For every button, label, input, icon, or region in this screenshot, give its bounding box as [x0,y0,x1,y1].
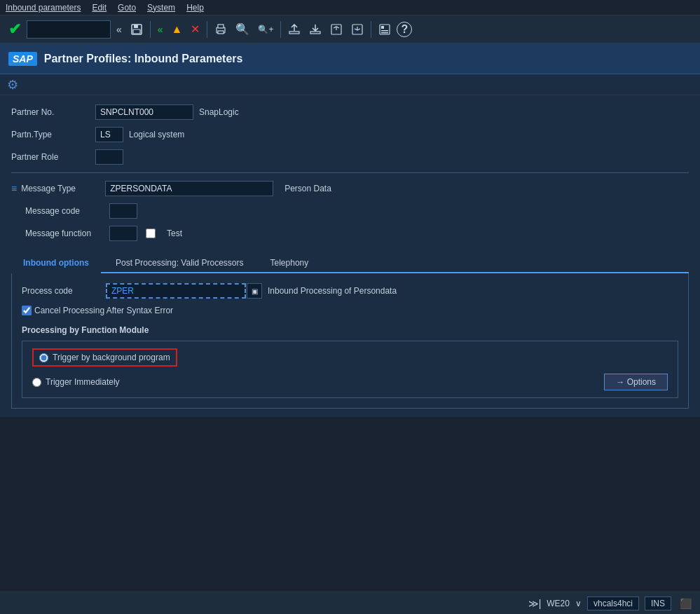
toolbar-divider-4 [371,21,371,38]
status-chevron-down: ∨ [575,599,582,608]
partner-role-row: Partner Role [11,149,689,165]
tabs-container: Inbound options Post Processing: Valid P… [11,253,689,273]
status-bar: ≫| WE20 ∨ vhcals4hci INS ⬛ [0,592,700,614]
menu-goto[interactable]: Goto [118,3,136,13]
menu-inbound-parameters[interactable]: Inbound parameters [6,3,81,13]
message-code-row: Message code [11,203,689,219]
message-type-input[interactable] [105,181,273,196]
page-title: Partner Profiles: Inbound Parameters [44,53,243,65]
toolbar-divider-2 [207,21,207,38]
confirm-button[interactable]: ✔ [6,19,24,40]
svg-rect-4 [218,25,224,28]
menu-edit[interactable]: Edit [92,3,107,13]
process-code-label: Process code [22,286,106,296]
test-label: Test [167,228,182,238]
radio-immediate-label: Trigger Immediately [46,377,120,387]
stop-button[interactable]: ✕ [188,21,203,37]
svg-rect-13 [381,32,388,34]
first-page-button[interactable]: « [155,22,166,36]
svg-rect-5 [218,31,224,34]
status-server: vhcals4hci [587,596,639,610]
tab-inbound-options[interactable]: Inbound options [11,253,101,273]
radio-immediate-row: Trigger Immediately → Options [32,374,668,390]
separator-1 [11,172,689,173]
cancel-processing-checkbox[interactable] [22,306,32,315]
message-func-input[interactable] [109,226,137,241]
title-bar: SAP Partner Profiles: Inbound Parameters [0,43,700,74]
svg-rect-1 [134,25,138,28]
processing-section: Processing by Function Module Trigger by… [22,325,678,398]
main-content: Partner No. SnapLogic Partn.Type Logical… [0,95,700,417]
sub-toolbar: ⚙ [0,74,700,95]
svg-rect-12 [381,30,388,32]
message-func-controls: Test [109,226,182,241]
partner-no-desc: SnapLogic [199,107,239,117]
toolbar: ✔ « « ▲ ✕ 🔍 🔍+ [0,15,700,43]
svg-rect-2 [133,29,140,34]
cancel-processing-label: Cancel Processing After Syntax Error [34,306,173,315]
tab-post-processing[interactable]: Post Processing: Valid Processors [104,253,256,272]
sub-icon[interactable]: ⚙ [7,77,18,93]
radio-bg-highlighted: Trigger by background program [32,348,177,367]
status-session: WE20 [547,599,570,608]
message-code-label: Message code [25,206,109,216]
message-code-input[interactable] [109,203,137,219]
layout-button[interactable] [376,22,394,37]
process-code-input[interactable] [106,283,246,299]
partn-type-label: Partn.Type [11,130,95,139]
radio-bg-label: Trigger by background program [53,353,170,362]
command-input[interactable] [27,20,111,39]
nav-back-button[interactable]: « [114,22,125,36]
message-func-row: Message function Test [11,225,689,242]
partner-no-label: Partner No. [11,107,95,117]
upload-button[interactable] [285,22,303,37]
tab-telephony[interactable]: Telephony [259,253,321,272]
processing-box: Trigger by background program Trigger Im… [22,341,678,398]
radio-immediate-trigger[interactable] [32,378,41,387]
test-checkbox[interactable] [146,228,156,238]
message-func-label: Message function [25,228,109,238]
menu-system[interactable]: System [147,3,175,13]
find-next-button[interactable]: 🔍+ [255,23,276,36]
find-button[interactable]: 🔍 [233,21,252,37]
message-type-label: Message Type [21,184,105,193]
partn-type-input[interactable] [95,127,123,142]
tab-panel-inbound-options: Process code ▣ Inbound Processing of Per… [11,273,689,409]
radio-bg-row: Trigger by background program [32,348,668,367]
prev-page-button[interactable]: ▲ [169,22,186,37]
message-type-desc: Person Data [284,184,331,193]
menu-help[interactable]: Help [186,3,204,13]
options-button[interactable]: → Options [604,374,668,390]
processing-section-title: Processing by Function Module [22,325,678,335]
partn-type-desc: Logical system [129,130,184,139]
partner-no-input[interactable] [95,104,193,120]
status-arrows: ≫| [528,598,542,609]
radio-bg-trigger[interactable] [39,353,48,362]
upload2-button[interactable] [327,22,345,37]
partner-no-row: Partner No. SnapLogic [11,104,689,121]
partner-role-label: Partner Role [11,152,95,162]
message-type-row: ≡ Message Type Person Data [11,180,689,197]
print-button[interactable] [212,22,230,37]
menu-bar: Inbound parameters Edit Goto System Help [0,0,700,15]
toolbar-divider-1 [150,21,151,38]
status-icon-button[interactable]: ⬛ [677,596,694,610]
help-button[interactable]: ? [397,22,412,37]
download-button[interactable] [306,22,324,37]
process-code-desc: Inbound Processing of Persondata [268,286,397,296]
partner-role-input[interactable] [95,149,123,165]
svg-rect-7 [310,32,320,34]
message-type-icon: ≡ [11,183,17,194]
process-code-search-button[interactable]: ▣ [247,283,262,299]
cancel-processing-row: Cancel Processing After Syntax Error [22,306,678,315]
svg-rect-6 [289,32,299,34]
radio-immediate-group: Trigger Immediately [32,377,120,387]
sap-logo: SAP [8,52,37,66]
status-mode: INS [645,596,671,610]
download2-button[interactable] [348,22,366,37]
partn-type-row: Partn.Type Logical system [11,126,689,143]
process-code-row: Process code ▣ Inbound Processing of Per… [22,283,678,299]
toolbar-divider-3 [280,21,281,38]
save-button[interactable] [128,22,146,37]
svg-rect-11 [381,26,384,29]
